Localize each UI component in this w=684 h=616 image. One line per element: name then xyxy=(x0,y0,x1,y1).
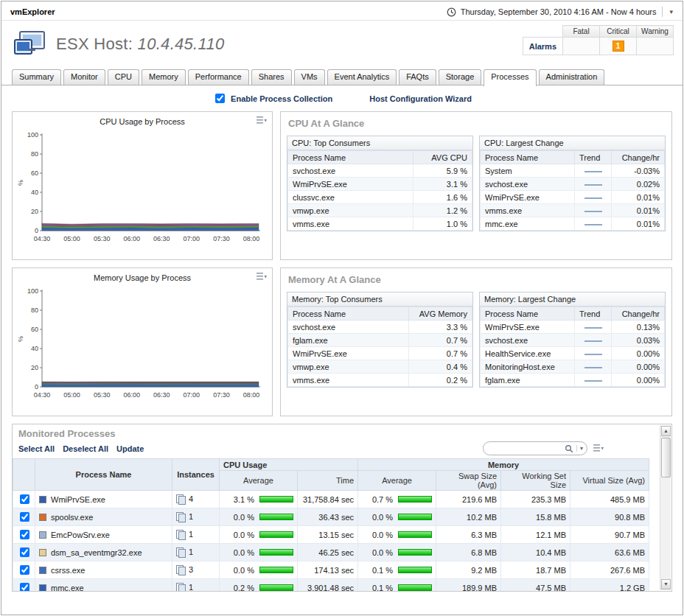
instances-cell: 1 xyxy=(172,544,220,561)
virtual-size-cell: 267.6 MB xyxy=(570,561,649,579)
svg-text:80: 80 xyxy=(31,307,38,314)
trend-sparkline-icon xyxy=(584,340,602,342)
cpu-largest-change-header: CPU: Largest Change xyxy=(480,136,665,150)
fatal-count-cell[interactable] xyxy=(563,38,600,55)
row-checkbox[interactable] xyxy=(20,530,29,539)
row-checkbox[interactable] xyxy=(20,547,29,557)
tab-vms[interactable]: VMs xyxy=(294,69,325,85)
search-box: ▾ xyxy=(483,441,587,455)
trend-column-header[interactable]: Trend xyxy=(575,151,612,164)
process-name-cell: spoolsv.exe xyxy=(35,508,172,526)
top-bar: vmExplorer Thursday, September 30, 2010 … xyxy=(1,1,683,21)
chart-options-menu-icon[interactable] xyxy=(256,273,267,281)
tab-summary[interactable]: Summary xyxy=(12,69,61,85)
cpu-average-cell: 0.2 % xyxy=(220,579,298,592)
time-range-control[interactable]: Thursday, September 30, 2010 4:16 AM - N… xyxy=(447,7,675,17)
virtual-size-header[interactable]: Virtual Size (Avg) xyxy=(570,471,649,491)
row-checkbox[interactable] xyxy=(20,583,29,592)
process-name-column-header[interactable]: Process Name xyxy=(288,307,409,321)
vertical-scrollbar[interactable]: ▲ ▼ xyxy=(660,425,671,590)
tab-cpu[interactable]: CPU xyxy=(108,69,139,85)
process-name-cell: WmiPrvSE.exe xyxy=(288,347,409,360)
trend-sparkline-icon xyxy=(584,327,602,329)
change-hr-column-header[interactable]: Change/hr xyxy=(612,307,665,321)
tab-monitor[interactable]: Monitor xyxy=(63,69,105,85)
time-range-label: Thursday, September 30, 2010 4:16 AM - N… xyxy=(461,7,657,16)
instances-header[interactable]: Instances xyxy=(172,459,220,491)
memory-top-consumers-body: svchost.exe3.3 %fglam.exe0.7 %WmiPrvSE.e… xyxy=(288,321,472,387)
swap-size-cell: 189.9 MB xyxy=(436,579,501,592)
scrollbar-thumb[interactable] xyxy=(661,438,671,477)
process-name-cell: vmms.exe xyxy=(481,204,575,217)
trend-column-header[interactable]: Trend xyxy=(575,307,612,321)
tab-processes[interactable]: Processes xyxy=(484,69,536,86)
process-name-column-header[interactable]: Process Name xyxy=(481,307,575,321)
host-configuration-wizard-link[interactable]: Host Configuration Wizard xyxy=(369,94,472,103)
svg-text:%: % xyxy=(17,180,24,186)
table-row: clussvc.exe1.6 % xyxy=(288,191,472,204)
chart-options-menu-icon[interactable] xyxy=(256,116,267,125)
table-options-menu-icon[interactable] xyxy=(593,444,604,452)
tab-performance[interactable]: Performance xyxy=(188,69,249,85)
chevron-down-icon[interactable]: ▾ xyxy=(667,8,675,15)
svg-text:05:00: 05:00 xyxy=(63,235,80,242)
avg-memory-column-header[interactable]: AVG Memory xyxy=(409,307,472,321)
svg-text:%: % xyxy=(17,336,24,342)
cpu-average-cell: 0.0 % xyxy=(220,561,298,579)
process-name-cell: vmwp.exe xyxy=(288,360,409,374)
tab-faqts[interactable]: FAQts xyxy=(399,69,436,85)
change-hr-column-header[interactable]: Change/hr xyxy=(612,151,665,164)
cpu-average-header[interactable]: Average xyxy=(220,471,298,491)
app-title: vmExplorer xyxy=(10,7,55,16)
process-name-header[interactable]: Process Name xyxy=(35,459,172,491)
process-name-column-header[interactable]: Process Name xyxy=(288,151,413,164)
warning-count-cell[interactable] xyxy=(637,38,674,55)
trend-cell xyxy=(575,360,612,374)
cpu-time-header[interactable]: Time xyxy=(298,471,358,491)
search-options-chevron-icon[interactable]: ▾ xyxy=(576,445,583,452)
monitored-tbody: WmiPrvSE.exe43.1 %31,758.84 sec0.7 %219.… xyxy=(13,491,649,592)
memory-largest-change-header: Memory: Largest Change xyxy=(480,293,665,307)
row-checkbox[interactable] xyxy=(20,494,29,504)
cpu-time-cell: 3,901.48 sec xyxy=(298,579,358,592)
trend-sparkline-icon xyxy=(584,224,602,225)
update-link[interactable]: Update xyxy=(116,444,144,453)
scroll-down-arrow[interactable]: ▼ xyxy=(661,579,671,589)
value-cell: 0.2 % xyxy=(409,374,472,387)
tab-shares[interactable]: Shares xyxy=(251,69,292,85)
change-cell: 0.01% xyxy=(612,217,665,231)
memory-average-header[interactable]: Average xyxy=(358,471,436,491)
table-row: System-0.03% xyxy=(481,164,665,178)
table-row: vmms.exe0.2 % xyxy=(288,374,472,387)
deselect-all-link[interactable]: Deselect All xyxy=(63,444,108,453)
tab-administration[interactable]: Administration xyxy=(539,69,605,85)
search-icon[interactable] xyxy=(565,444,573,453)
cpu-usage-bar xyxy=(259,496,293,503)
tab-storage[interactable]: Storage xyxy=(439,69,482,85)
row-checkbox[interactable] xyxy=(20,565,29,575)
scroll-up-arrow[interactable]: ▲ xyxy=(661,426,671,436)
tab-memory[interactable]: Memory xyxy=(142,69,186,85)
select-all-link[interactable]: Select All xyxy=(18,444,55,453)
tab-event-analytics[interactable]: Event Analytics xyxy=(327,69,397,85)
table-row: vmms.exe1.0 % xyxy=(288,217,472,231)
swap-size-header[interactable]: Swap Size (Avg) xyxy=(436,471,501,491)
critical-count-cell[interactable]: 1 xyxy=(600,38,637,55)
search-input[interactable] xyxy=(490,444,565,454)
svg-text:07:00: 07:00 xyxy=(184,235,200,242)
working-set-header[interactable]: Working Set Size xyxy=(501,471,570,491)
process-row: WmiPrvSE.exe43.1 %31,758.84 sec0.7 %219.… xyxy=(13,491,649,508)
process-name-cell: clussvc.exe xyxy=(288,191,413,204)
memory-average-cell: 0.0 % xyxy=(358,508,436,526)
process-name-column-header[interactable]: Process Name xyxy=(481,151,575,164)
avg-cpu-column-header[interactable]: AVG CPU xyxy=(413,151,472,164)
memory-usage-bar xyxy=(398,514,432,520)
instances-icon xyxy=(176,530,185,539)
value-cell: 1.6 % xyxy=(413,191,472,204)
memory-usage-bar xyxy=(398,496,432,503)
svg-text:07:00: 07:00 xyxy=(184,391,200,399)
enable-process-collection-checkbox[interactable] xyxy=(215,94,225,103)
svg-text:08:00: 08:00 xyxy=(243,391,260,399)
row-checkbox[interactable] xyxy=(20,512,29,522)
glance-column: CPU At A Glance CPU: Top Consumers Proce… xyxy=(280,111,672,416)
